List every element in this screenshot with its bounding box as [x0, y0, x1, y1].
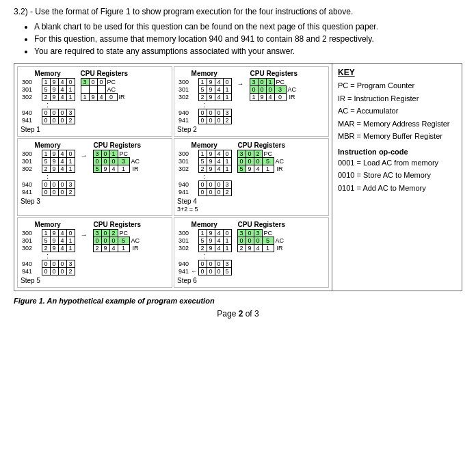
intro-line: 3.2) - Use the format of Figure 1 to sho… — [14, 7, 462, 16]
step-label: Step 4 — [177, 198, 326, 205]
key-item: AC = Accumulator — [338, 105, 456, 117]
arrow-indicator: → — [81, 231, 88, 239]
cpu-table: 302PC0005AC2941IR — [93, 229, 142, 252]
memory-title: Memory — [177, 221, 232, 228]
cpu-table: 303PC0005AC2941IR — [237, 229, 287, 252]
step-block-step1: Memory300194030159413022941:940000394100… — [17, 66, 172, 137]
page-number: Page 2 of 3 — [14, 309, 462, 319]
steps-grid: Memory300194030159413022941:940000394100… — [17, 66, 329, 288]
step-block-step5: Memory300194030159413022941:940000394100… — [17, 217, 172, 288]
key-item: IR = Instruction Register — [338, 93, 456, 105]
cpu-table: 300PCAC1940IR — [81, 78, 127, 101]
memory-title: Memory — [177, 142, 232, 149]
arrow-indicator: → — [237, 80, 244, 87]
key-item: MAR = Memory Address Register — [338, 118, 456, 130]
cpu-table: 301PC0003AC1940IR — [250, 78, 299, 101]
figure-caption-text: . An hypothetical example of program exe… — [43, 297, 215, 305]
step-label: Step 2 — [177, 126, 326, 133]
figure-caption: Figure 1. An hypothetical example of pro… — [14, 297, 462, 305]
step-block-step2: Memory300194030159413022941:940000394100… — [174, 66, 329, 137]
cpu-table: 301PC0003AC5941IR — [93, 150, 142, 173]
key-item: PC = Program Counter — [338, 80, 456, 92]
figure-label: Figure 1 — [14, 297, 43, 305]
step-label: Step 6 — [177, 277, 326, 284]
step-label: Step 3 — [21, 198, 169, 205]
step-label: Step 1 — [21, 126, 169, 133]
memory-table: 300194030159413022941:94000039410002 — [21, 150, 75, 196]
step-label: Step 5 — [21, 277, 169, 284]
memory-title: Memory — [177, 70, 232, 77]
bullet-1: A blank chart to be used for this questi… — [34, 22, 462, 31]
key-item: MBR = Memory Buffer Register — [338, 131, 456, 142]
step-block-step4: Memory300194030159413022941:940000394100… — [174, 138, 329, 216]
memory-title: Memory — [21, 70, 75, 77]
step-note: 3+2 = 5 — [177, 206, 326, 213]
cpu-title: CPU Registers — [81, 70, 128, 77]
cpu-title: CPU Registers — [237, 221, 287, 228]
memory-title: Memory — [21, 142, 75, 149]
opcode-items: 0001 = Load AC from memory0010 = Store A… — [338, 157, 456, 194]
arrow-indicator: → — [81, 152, 88, 159]
bullet-2: For this question, assume that memory lo… — [34, 34, 462, 44]
main-figure: Memory300194030159413022941:940000394100… — [14, 63, 462, 291]
step-block-step3: Memory300194030159413022941:940000394100… — [17, 138, 172, 216]
bullet-list: A blank chart to be used for this questi… — [34, 22, 462, 56]
opcode-item: 0001 = Load AC from memory — [338, 157, 456, 169]
key-title: KEY — [338, 68, 456, 77]
key-area: KEY PC = Program CounterIR = Instruction… — [332, 64, 462, 291]
memory-table: 300194030159413022941:94000039410002 — [177, 150, 232, 196]
cpu-table: 302PC0005AC5941IR — [237, 150, 287, 173]
opcode-title: Instruction op-code — [338, 148, 456, 156]
cpu-title: CPU Registers — [93, 142, 142, 149]
cpu-title: CPU Registers — [93, 221, 142, 228]
bullet-3: You are required to state any assumption… — [34, 46, 462, 56]
cpu-title: CPU Registers — [250, 70, 299, 77]
step-block-step6: Memory300194030159413022941:9400003941←0… — [174, 217, 329, 288]
opcode-item: 0010 = Store AC to Memory — [338, 170, 456, 181]
key-items: PC = Program CounterIR = Instruction Reg… — [338, 80, 456, 142]
memory-table: 300194030159413022941:9400003941←0005 — [177, 229, 232, 275]
cpu-title: CPU Registers — [237, 142, 287, 149]
memory-table: 300194030159413022941:94000039410002 — [21, 229, 75, 275]
memory-table: 300194030159413022941:94000039410002 — [21, 78, 75, 124]
opcode-item: 0101 = Add AC to Memory — [338, 183, 456, 194]
memory-title: Memory — [21, 221, 75, 228]
steps-area: Memory300194030159413022941:940000394100… — [14, 64, 332, 291]
memory-table: 300194030159413022941:94000039410002 — [177, 78, 232, 124]
